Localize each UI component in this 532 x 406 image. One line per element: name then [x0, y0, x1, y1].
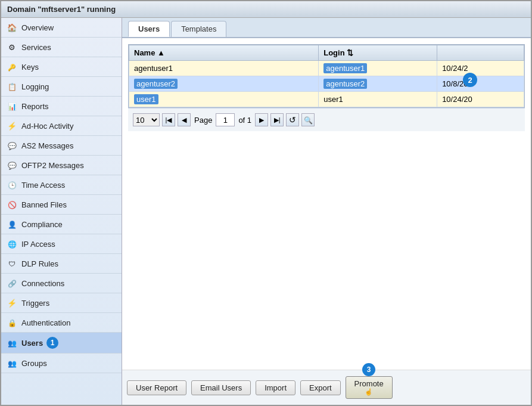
keys-icon — [6, 61, 18, 72]
login-value: user1 — [323, 95, 343, 104]
sidebar-item-oftp2[interactable]: OFTP2 Messages — [1, 156, 122, 175]
table-row[interactable]: user1 user1 10/24/20 — [129, 92, 524, 107]
promote-button[interactable]: Promote ☝ — [346, 376, 393, 399]
tab-templates[interactable]: Templates — [171, 21, 226, 37]
pagination-bar: 10 25 50 100 |◀ ◀ Page of 1 ▶ ▶| — [128, 108, 525, 131]
oftp2-icon — [6, 160, 18, 171]
sidebar-item-services[interactable]: Services — [1, 38, 122, 57]
name-selected: agentuser2 — [134, 79, 178, 89]
auth-icon — [6, 317, 18, 328]
cell-name[interactable]: user1 — [129, 92, 319, 107]
sidebar-item-label: OFTP2 Messages — [21, 161, 84, 170]
as2-icon — [6, 140, 18, 151]
sidebar-item-label: Groups — [21, 359, 47, 368]
cell-date: 10/8/20 — [437, 76, 524, 92]
overview-icon — [6, 22, 18, 33]
name-selected: user1 — [134, 94, 158, 104]
cell-name[interactable]: agentuser1 — [129, 61, 319, 76]
users-icon — [6, 337, 18, 348]
sidebar-item-dlp[interactable]: DLP Rules — [1, 254, 122, 274]
sidebar-item-timeaccess[interactable]: Time Access — [1, 175, 122, 195]
next-page-button[interactable]: ▶ — [255, 113, 268, 126]
logging-icon — [6, 81, 18, 92]
sidebar-item-ipaccess[interactable]: IP Access — [1, 234, 122, 254]
sidebar-item-adhoc[interactable]: Ad-Hoc Activity — [1, 116, 122, 136]
sidebar-item-label: Time Access — [21, 181, 65, 190]
sidebar-item-reports[interactable]: Reports — [1, 97, 122, 116]
page-size-select[interactable]: 10 25 50 100 — [133, 113, 160, 126]
sidebar-item-compliance[interactable]: Compliance — [1, 215, 122, 234]
sidebar-item-label: Keys — [21, 63, 39, 72]
cursor-icon: ☝ — [354, 388, 384, 396]
sidebar-item-label: Users — [21, 339, 43, 348]
adhoc-icon — [6, 120, 18, 131]
services-icon — [6, 42, 18, 52]
sidebar-item-label: Triggers — [21, 299, 49, 308]
sidebar-item-label: Ad-Hoc Activity — [21, 122, 73, 131]
sidebar-item-label: Logging — [21, 82, 49, 91]
sidebar-item-triggers[interactable]: Triggers — [1, 293, 122, 313]
col-header-login[interactable]: Login ⇅ — [319, 45, 437, 61]
last-page-button[interactable]: ▶| — [270, 113, 284, 126]
refresh-button[interactable] — [286, 113, 299, 126]
sidebar-item-as2[interactable]: AS2 Messages — [1, 136, 122, 156]
sidebar-item-label: Services — [21, 43, 51, 52]
sidebar-item-label: Authentication — [21, 318, 70, 327]
sidebar-item-authentication[interactable]: Authentication — [1, 313, 122, 333]
export-button[interactable]: Export — [300, 380, 341, 395]
tab-content: 2 Name ▲ Login ⇅ — [122, 38, 531, 370]
sidebar-item-label: Banned Files — [21, 200, 67, 209]
first-page-button[interactable]: |◀ — [162, 113, 175, 126]
col-header-name[interactable]: Name ▲ — [129, 45, 319, 61]
connections-icon — [6, 278, 18, 289]
cell-date: 10/24/20 — [437, 92, 524, 107]
sidebar-item-users[interactable]: Users 1 — [1, 333, 122, 354]
sidebar-item-label: AS2 Messages — [21, 141, 73, 150]
compliance-icon — [6, 219, 18, 230]
col-header-date — [437, 45, 524, 61]
cell-name[interactable]: agentuser2 — [129, 76, 319, 92]
cell-login[interactable]: agentuser1 — [319, 61, 437, 76]
sidebar-item-label: Compliance — [21, 220, 63, 229]
step3-badge: 3 — [362, 363, 375, 376]
tab-users[interactable]: Users — [128, 21, 170, 37]
users-badge: 1 — [46, 337, 58, 349]
sidebar-item-label: Connections — [21, 279, 64, 288]
reports-icon — [6, 101, 18, 111]
sidebar-item-label: DLP Rules — [21, 259, 58, 268]
triggers-icon — [6, 297, 18, 308]
sidebar-item-overview[interactable]: Overview — [1, 18, 122, 38]
title-bar: Domain "mftserver1" running — [1, 1, 531, 18]
sidebar-item-label: IP Access — [21, 240, 55, 249]
sidebar-item-logging[interactable]: Logging — [1, 77, 122, 97]
timeaccess-icon — [6, 179, 18, 190]
sidebar-item-groups[interactable]: Groups — [1, 354, 122, 373]
import-button[interactable]: Import — [256, 380, 295, 395]
search-button[interactable] — [301, 113, 315, 126]
cell-login[interactable]: user1 — [319, 92, 437, 107]
tabs-bar: Users Templates — [122, 18, 531, 38]
window-title: Domain "mftserver1" running — [7, 5, 116, 14]
sidebar-item-label: Overview — [21, 23, 54, 32]
sidebar: Overview Services Keys Logging Reports — [1, 18, 122, 405]
email-users-button[interactable]: Email Users — [191, 380, 251, 395]
ipaccess-icon — [6, 238, 18, 249]
content-area: Users Templates 2 — [122, 18, 531, 405]
table-row[interactable]: agentuser1 agentuser1 10/24/2 — [129, 61, 524, 76]
user-report-button[interactable]: User Report — [127, 380, 186, 395]
cell-login[interactable]: agentuser2 — [319, 76, 437, 92]
sidebar-item-banned[interactable]: Banned Files — [1, 195, 122, 215]
name-value: agentuser1 — [134, 64, 173, 73]
dlp-icon — [6, 258, 18, 269]
cell-date: 10/24/2 — [437, 61, 524, 76]
sidebar-item-label: Reports — [21, 102, 49, 111]
sidebar-item-connections[interactable]: Connections — [1, 274, 122, 293]
actions-bar: User Report Email Users Import Export 3 … — [122, 370, 531, 405]
page-input[interactable] — [216, 113, 235, 126]
groups-icon — [6, 358, 18, 368]
step2-badge: 2 — [463, 73, 477, 87]
prev-page-button[interactable]: ◀ — [178, 113, 191, 126]
banned-icon — [6, 199, 18, 210]
of-label: of 1 — [238, 116, 251, 125]
sidebar-item-keys[interactable]: Keys — [1, 57, 122, 77]
